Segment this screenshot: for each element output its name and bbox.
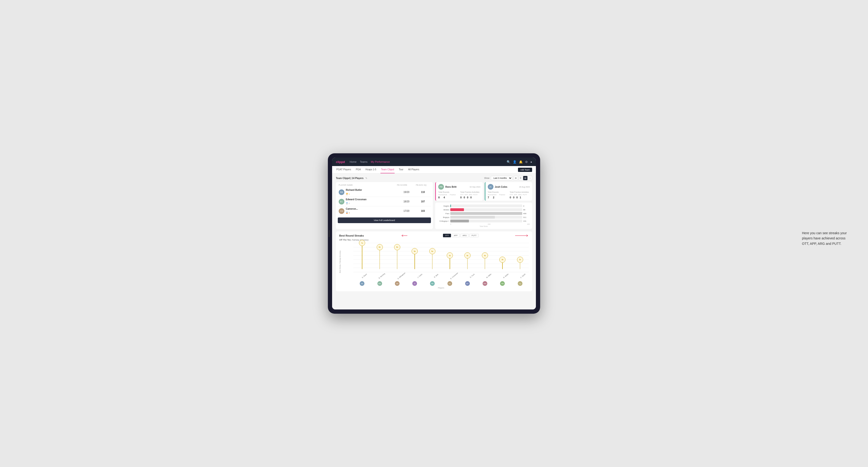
view-leaderboard-button[interactable]: View Full Leaderboard xyxy=(338,217,431,223)
table-row: CM Cameron... 🥉 3 17/20 103 xyxy=(338,206,431,216)
add-team-button[interactable]: Add Team xyxy=(518,168,532,172)
stats-date: 02 Sep 2023 xyxy=(470,186,480,188)
stats-player-name: Rees Britt xyxy=(445,186,456,188)
streak-bubble: 4x xyxy=(447,252,453,258)
streak-player-col: 6x xyxy=(376,243,383,272)
app-logo: clippd xyxy=(336,160,345,164)
team-header: Team Clippd | 14 Players ✎ Show Last 3 m… xyxy=(336,176,532,180)
bell-icon[interactable]: 🔔 xyxy=(519,160,523,164)
bar-chart-panel: Eagles 3 Birdies xyxy=(435,203,532,229)
player-avatar-row: DB xyxy=(395,281,400,286)
sub-nav: PGAT Players PGA Hcaps 1-5 Team Clippd T… xyxy=(332,166,536,174)
player-avatar-row: EE xyxy=(360,281,365,286)
pb-score-2: 18/20 xyxy=(397,200,416,203)
sub-nav-pga[interactable]: PGA xyxy=(355,166,361,173)
streak-player-col: 4x xyxy=(482,243,488,272)
filter-ott[interactable]: OTT xyxy=(443,234,451,237)
bar-value: 499 xyxy=(523,213,530,215)
total-rounds-section: Total Rounds TournamentPractice 7 2 xyxy=(488,191,508,199)
table-row: RB Richard Butler 🏆 1 19/20 110 xyxy=(338,187,431,197)
avatar: RB xyxy=(339,189,344,195)
edit-team-icon[interactable]: ✎ xyxy=(365,177,367,180)
table-view-btn[interactable]: ▤ xyxy=(523,176,527,180)
arrow-indicator xyxy=(401,234,408,237)
bar-chart: Eagles 3 Birdies xyxy=(437,205,530,222)
list-view-btn[interactable]: ☰ xyxy=(519,176,523,180)
bar-row-eagles: Eagles 3 xyxy=(437,205,530,207)
pb-avg-1: 110 xyxy=(416,191,430,193)
tournament-rounds: 8 xyxy=(438,196,440,199)
stats-cards-row: RB Rees Britt 02 Sep 2023 Total Rounds T… xyxy=(435,182,532,201)
streak-bubble: 3x xyxy=(499,257,505,263)
player-name-wrapper: Cameron... 🥉 3 xyxy=(346,208,358,214)
bar-container xyxy=(450,216,522,219)
nav-links: Home Teams My Performance xyxy=(349,159,507,164)
filter-arg[interactable]: ARG xyxy=(460,234,469,237)
bar-container xyxy=(450,220,522,222)
stats-grid: Total Rounds TournamentPractice 8 4 xyxy=(438,191,480,199)
streak-bubble: 5x xyxy=(412,248,418,254)
bar-row-bogeys: Bogeys 311 xyxy=(437,216,530,219)
stats-player-name: Josh Coles xyxy=(495,186,507,188)
bar-fill xyxy=(450,220,469,222)
x-axis-players-label: Players xyxy=(339,287,529,289)
settings-icon[interactable]: ⚙ xyxy=(525,160,528,164)
nav-home[interactable]: Home xyxy=(349,159,356,164)
total-rounds-label: Total Rounds xyxy=(438,191,458,193)
bar-row-birdies: Birdies 96 xyxy=(437,208,530,211)
filter-putt[interactable]: PUTT xyxy=(469,234,478,237)
practice-activities-label: Total Practice Activities xyxy=(460,191,480,193)
stats-player-info: JC Josh Coles xyxy=(488,184,507,190)
filter-app[interactable]: APP xyxy=(452,234,460,237)
sub-nav-hcaps[interactable]: Hcaps 1-5 xyxy=(365,166,377,173)
player-name-wrapper: Richard Butler 🏆 1 xyxy=(346,189,362,195)
nav-teams[interactable]: Teams xyxy=(360,159,368,164)
pb-score-3: 17/20 xyxy=(397,210,416,212)
player-badge: 🏆 1 xyxy=(346,193,349,195)
grid-view-btn[interactable]: ⊞ xyxy=(514,176,518,180)
practice-rounds: 4 xyxy=(443,196,445,199)
streak-player-col: 4x xyxy=(464,243,471,272)
sub-nav-team-clippd[interactable]: Team Clippd xyxy=(380,166,395,173)
avatar-nav[interactable]: ● xyxy=(530,160,532,164)
streak-bubble: 7x xyxy=(359,240,365,246)
player-info-3: CM Cameron... 🥉 3 xyxy=(339,208,397,214)
streaks-subtitle: Off The Tee, Fairway Accuracy xyxy=(339,239,529,241)
bar-container xyxy=(450,208,522,211)
total-rounds-section: Total Rounds TournamentPractice 8 4 xyxy=(438,191,458,199)
chart-x-title: Total Shots xyxy=(437,225,530,227)
player-avatar-row: DF xyxy=(465,281,470,286)
bar-label: Pars xyxy=(437,213,450,215)
practice-rounds: 2 xyxy=(493,196,494,199)
streak-player-col: 3x xyxy=(517,243,523,272)
streaks-filter-buttons: OTT APP ARG PUTT xyxy=(443,234,478,237)
bar-container xyxy=(450,212,522,215)
streak-player-col: 4x xyxy=(446,243,453,272)
right-arrow-indicator xyxy=(515,234,529,237)
bar-fill xyxy=(450,216,495,219)
sub-nav-pgat[interactable]: PGAT Players xyxy=(336,166,351,173)
streak-player-col: 5x xyxy=(411,243,418,272)
user-icon[interactable]: 👤 xyxy=(513,160,517,164)
streak-players-container: 7x6x6x5x5x4x4x4x3x3x xyxy=(353,243,529,272)
sub-nav-tour[interactable]: Tour xyxy=(398,166,404,173)
bar-fill xyxy=(450,205,451,207)
nav-bar: clippd Home Teams My Performance 🔍 👤 🔔 ⚙… xyxy=(332,158,536,166)
time-filter-dropdown[interactable]: Last 3 months xyxy=(491,176,512,180)
bar-value: 311 xyxy=(523,216,530,218)
player-label: R. Britt xyxy=(431,271,438,278)
search-icon[interactable]: 🔍 xyxy=(507,160,510,164)
nav-my-performance[interactable]: My Performance xyxy=(371,159,390,164)
table-row: EC Edward Crossman 🥈 2 18/20 107 xyxy=(338,197,431,206)
chart-view-btn[interactable]: ↕ xyxy=(528,176,532,180)
stats-card-header: JC Josh Coles 26 Aug 2023 xyxy=(488,184,530,190)
player-avatar-row: JC xyxy=(412,281,417,286)
show-controls: Show Last 3 months ⊞ ☰ ▤ ↕ xyxy=(484,176,532,180)
player-label: D. Ford xyxy=(467,271,475,278)
sub-nav-all-players[interactable]: All Players xyxy=(408,166,420,173)
stats-card-josh: JC Josh Coles 26 Aug 2023 Total Rounds T… xyxy=(485,182,532,201)
bar-value: 96 xyxy=(523,209,530,211)
streak-bubble: 5x xyxy=(429,248,435,254)
tablet-screen: clippd Home Teams My Performance 🔍 👤 🔔 ⚙… xyxy=(332,158,536,309)
show-label: Show xyxy=(484,177,489,179)
